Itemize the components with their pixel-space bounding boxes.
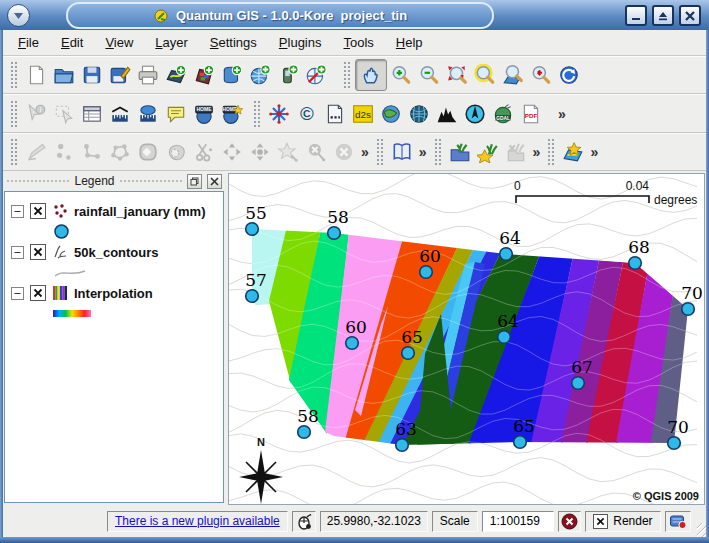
menu-item-file[interactable]: File	[11, 33, 46, 52]
zoom-to-selection-button[interactable]	[471, 61, 499, 89]
toolbar-grip[interactable]	[254, 101, 260, 127]
delete-selected-button[interactable]	[330, 138, 358, 166]
plugin-notice-box[interactable]: There is a new plugin available	[107, 511, 288, 532]
refresh-button[interactable]	[555, 61, 583, 89]
add-wms-layer-button[interactable]	[246, 61, 274, 89]
plugin-notice-link[interactable]: There is a new plugin available	[115, 514, 280, 528]
legend-float-button[interactable]	[187, 174, 202, 189]
grass-close-mapset-button[interactable]	[502, 138, 530, 166]
graticule-creator-button[interactable]	[405, 100, 433, 128]
add-raster-layer-button[interactable]	[190, 61, 218, 89]
toolbar-overflow-button[interactable]: »	[358, 144, 372, 160]
gdal-tools-button[interactable]: GDAL	[489, 100, 517, 128]
minimize-button[interactable]	[625, 5, 647, 26]
georeferencer-button[interactable]	[377, 100, 405, 128]
add-postgis-layer-button[interactable]	[218, 61, 246, 89]
window-menu-button[interactable]	[7, 4, 30, 27]
title-bar[interactable]: Quantum GIS - 1.0.0-Kore project_tin	[0, 0, 709, 31]
menu-item-tools[interactable]: Tools	[336, 33, 380, 52]
raster-histogram-button[interactable]	[433, 100, 461, 128]
collapse-expander-icon[interactable]	[11, 205, 24, 218]
menu-item-plugins[interactable]: Plugins	[272, 33, 329, 52]
zoom-to-layer-button[interactable]	[499, 61, 527, 89]
identify-button[interactable]: i	[22, 100, 50, 128]
delete-vertex-button[interactable]	[302, 138, 330, 166]
layer-checkbox[interactable]	[30, 285, 46, 301]
menu-item-edit[interactable]: Edit	[54, 33, 90, 52]
scale-input[interactable]: 1:100159	[482, 511, 554, 532]
toolbar-overflow-button[interactable]: »	[555, 106, 569, 122]
legend-close-button[interactable]	[207, 174, 222, 189]
scale-bar-button[interactable]	[321, 100, 349, 128]
toolbar-grip[interactable]	[11, 101, 17, 127]
toolbar-overflow-button[interactable]: »	[416, 144, 430, 160]
add-island-button[interactable]	[162, 138, 190, 166]
capture-point-button[interactable]	[50, 138, 78, 166]
delete-part-button[interactable]	[274, 138, 302, 166]
render-checkbox-box[interactable]: Render	[585, 511, 660, 532]
menu-item-view[interactable]: View	[98, 33, 140, 52]
toolbar-overflow-button[interactable]: »	[530, 144, 544, 160]
maximize-button[interactable]	[652, 5, 674, 26]
new-print-composer-button[interactable]	[559, 138, 587, 166]
zoom-last-button[interactable]	[527, 61, 555, 89]
attribute-table-button[interactable]	[78, 100, 106, 128]
capture-polygon-button[interactable]	[106, 138, 134, 166]
dxf2shp-converter-button[interactable]: d2s	[349, 100, 377, 128]
north-arrow-plugin-button[interactable]	[461, 100, 489, 128]
toolbar-grip[interactable]	[11, 139, 17, 165]
measure-area-button[interactable]	[134, 100, 162, 128]
projection-status-button[interactable]	[665, 511, 691, 532]
map-tips-button[interactable]	[162, 100, 190, 128]
add-vector-layer-button[interactable]	[162, 61, 190, 89]
layer-checkbox[interactable]	[30, 244, 46, 260]
toggle-editing-button[interactable]	[22, 138, 50, 166]
legend-layer-interpolation[interactable]: Interpolation	[11, 282, 221, 304]
zoom-full-button[interactable]	[443, 61, 471, 89]
quick-print-button[interactable]: PDF	[517, 100, 545, 128]
save-project-as-button[interactable]	[106, 61, 134, 89]
map-canvas[interactable]: 0 0.04 degrees N 55586064687057606564675…	[228, 173, 705, 505]
collapse-expander-icon[interactable]	[11, 246, 24, 259]
collapse-expander-icon[interactable]	[11, 287, 24, 300]
move-vertex-button[interactable]	[246, 138, 274, 166]
toolbar-grip[interactable]	[548, 139, 554, 165]
zoom-out-button[interactable]	[415, 61, 443, 89]
zoom-in-button[interactable]	[387, 61, 415, 89]
grass-open-mapset-button[interactable]	[446, 138, 474, 166]
print-button[interactable]	[134, 61, 162, 89]
show-bookmarks-button[interactable]: HOME	[190, 100, 218, 128]
pan-button[interactable]	[355, 59, 387, 91]
python-console-button[interactable]	[388, 138, 416, 166]
open-project-button[interactable]	[50, 61, 78, 89]
toolbar-overflow-button[interactable]: »	[587, 144, 601, 160]
capture-line-button[interactable]	[78, 138, 106, 166]
grass-new-mapset-button[interactable]	[474, 138, 502, 166]
toolbar-grip[interactable]	[377, 139, 383, 165]
select-features-button[interactable]	[50, 100, 78, 128]
legend-header[interactable]: Legend	[3, 172, 226, 190]
save-project-button[interactable]	[78, 61, 106, 89]
legend-layer-contours[interactable]: 50k_contours	[11, 241, 221, 263]
new-bookmark-button[interactable]: HOME	[218, 100, 246, 128]
legend-layer-rainfall[interactable]: rainfall_january (mm)	[11, 200, 221, 222]
menu-item-help[interactable]: Help	[389, 33, 430, 52]
toolbar-grip[interactable]	[344, 62, 350, 88]
node-star-plugin-button[interactable]	[265, 100, 293, 128]
add-wfs-layer-button[interactable]	[302, 61, 330, 89]
mouse-position-toggle-button[interactable]	[292, 511, 316, 532]
close-button[interactable]	[679, 5, 701, 26]
render-checkbox[interactable]	[593, 514, 608, 529]
menu-item-layer[interactable]: Layer	[148, 33, 195, 52]
measure-line-button[interactable]	[106, 100, 134, 128]
copyright-label-button[interactable]: ©	[293, 100, 321, 128]
add-gps-layer-button[interactable]	[274, 61, 302, 89]
toolbar-grip[interactable]	[435, 139, 441, 165]
resize-grip[interactable]	[697, 523, 706, 537]
move-feature-button[interactable]	[218, 138, 246, 166]
layer-checkbox[interactable]	[30, 203, 46, 219]
new-project-button[interactable]	[22, 61, 50, 89]
split-features-button[interactable]	[190, 138, 218, 166]
stop-render-button[interactable]	[558, 511, 581, 532]
toolbar-grip[interactable]	[11, 62, 17, 88]
